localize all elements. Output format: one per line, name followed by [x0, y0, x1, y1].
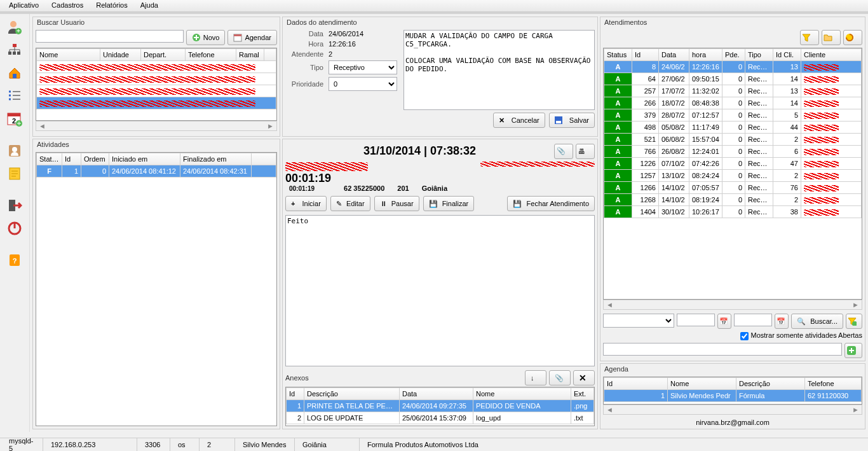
atendimentos-table[interactable]: StatusIdDatahoraPde.TipoId Cli.Cliente A… [604, 48, 862, 218]
pausar-button[interactable]: ⏸ Pausar [374, 196, 419, 211]
menu-aplicativo[interactable]: Aplicativo [3, 0, 45, 11]
atend-row[interactable]: A6427/06/209:50:150Receptiv14 [604, 73, 862, 85]
sidebar-power-icon[interactable] [5, 219, 24, 238]
header-datetime: 31/10/2014 | 07:38:32 [285, 144, 554, 158]
atend-row[interactable]: A125713/10/208:24:240Receptiv2 [604, 170, 862, 182]
prioridade-select[interactable]: 0 [329, 77, 397, 91]
ramal: 201 [397, 184, 409, 192]
agendar-button[interactable]: Agendar [227, 30, 277, 45]
finalizar-button[interactable]: 💾 Finalizar [423, 196, 475, 211]
svg-rect-9 [8, 113, 20, 116]
svg-point-13 [12, 147, 17, 152]
anexos-table[interactable]: IdDescriçãoDataNomeExt. 1PRINTE DA TELA … [286, 387, 594, 424]
svg-rect-5 [13, 52, 16, 55]
atend-row[interactable]: A126814/10/208:19:240Receptiv2 [604, 194, 862, 206]
attach-anexo-button[interactable]: 📎 [549, 370, 571, 385]
menu-ajuda[interactable]: Ajuda [134, 0, 165, 11]
editar-button[interactable]: ✎ Editar [330, 196, 370, 211]
svg-text:?: ? [13, 257, 17, 265]
salvar-button[interactable]: Salvar [549, 113, 595, 128]
tipo-select[interactable]: Receptivo [329, 60, 397, 74]
user-row[interactable] [37, 61, 276, 73]
svg-rect-6 [17, 52, 20, 55]
sidebar-contact-icon[interactable] [5, 141, 24, 160]
reset-filter-button[interactable] [846, 314, 862, 329]
delete-anexo-button[interactable]: ✕ [573, 370, 595, 385]
svg-rect-21 [234, 34, 241, 36]
svg-rect-3 [13, 44, 17, 47]
anexo-row[interactable]: 2LOG DE UPDATE25/06/2014 15:37:09log_upd… [287, 412, 594, 424]
user-table-header: NomeUnidadeDepart.TelefoneRamal [37, 49, 276, 61]
atividades-title: Atividades [32, 139, 280, 149]
filter-button[interactable] [800, 30, 819, 45]
print-button[interactable]: 🖶 [576, 144, 595, 159]
agenda-row[interactable]: 1Silvio Mendes PedrFórmula62 91120030 [604, 390, 862, 402]
sidebar-user-add-icon[interactable]: + [5, 18, 24, 37]
atend-row[interactable]: A49805/08/211:17:490Receptiv44 [604, 121, 862, 134]
atividades-table[interactable]: StatusIdOrdemIniciado emFinalizado em F … [36, 153, 276, 177]
note-textarea[interactable]: Feito [285, 215, 595, 366]
cal2-button[interactable]: 📅 [775, 314, 789, 329]
sidebar-exit-icon[interactable] [5, 196, 24, 215]
atend-add-input[interactable] [603, 343, 842, 356]
menu-relatorios[interactable]: Relatórios [90, 0, 134, 11]
obs-textarea[interactable]: MUDAR A VALIDAÇÃO DO CAMPO DE CARGA C5_T… [403, 30, 595, 110]
search-user-input[interactable] [36, 30, 184, 43]
dados-hora: 12:26:16 [329, 40, 356, 48]
user-row[interactable] [37, 73, 276, 85]
atend-date2[interactable] [734, 314, 772, 326]
agenda-email: nirvana.brz@gmail.com [603, 419, 862, 426]
phone: 62 35225000 [344, 184, 384, 192]
svg-rect-4 [8, 52, 11, 55]
atend-row[interactable]: A37928/07/207:12:570Receptiv5 [604, 109, 862, 121]
sidebar-list-icon[interactable] [5, 87, 24, 106]
atend-date1[interactable] [677, 314, 715, 326]
atend-row[interactable]: A26618/07/208:48:380Receptiv14 [604, 97, 862, 109]
contact-name [285, 160, 368, 172]
anexos-title: Anexos [285, 373, 525, 383]
scroll-left[interactable]: ◄ [36, 122, 48, 130]
sidebar-calendar-icon[interactable]: 2 [5, 109, 24, 128]
novo-button[interactable]: Novo [186, 30, 226, 45]
agenda-title: Agenda [600, 363, 865, 374]
user-row[interactable] [37, 85, 276, 97]
cancelar-button[interactable]: ✕ Cancelar [493, 113, 545, 128]
sidebar-home-icon[interactable] [5, 64, 24, 83]
sidebar-org-icon[interactable] [5, 41, 24, 60]
dados-title: Dados do atendimento [282, 17, 598, 27]
user-row-selected[interactable] [37, 97, 276, 109]
agenda-table[interactable]: IdNomeDescriçãoTelefone 1Silvio Mendes P… [604, 377, 862, 402]
mostrar-checkbox[interactable]: Mostrar somente atividades Abertas [740, 331, 862, 339]
sidebar-note-icon[interactable] [5, 164, 24, 183]
atend-row[interactable]: A76626/08/212:24:010Receptiv6 [604, 146, 862, 158]
anexo-row[interactable]: 1PRINTE DA TELA DE PEDIDO24/06/2014 09:2… [287, 400, 594, 412]
atend-row[interactable]: A122607/10/207:42:260Receptiv47 [604, 158, 862, 170]
add-atend-button[interactable] [844, 343, 862, 358]
buscar-button[interactable]: 🔍 Buscar... [791, 314, 843, 329]
buscar-usuario-title: Buscar Usuario [32, 17, 280, 27]
dados-atendente: 2 [329, 50, 332, 58]
atend-row[interactable]: A25717/07/211:32:020Receptiv13 [604, 85, 862, 97]
atend-row[interactable]: A140430/10/210:26:170Receptiv38 [604, 206, 862, 218]
user-table[interactable]: NomeUnidadeDepart.TelefoneRamal [36, 48, 276, 109]
timer: 00:01:19 [285, 172, 331, 185]
cal1-button[interactable]: 📅 [717, 314, 731, 329]
download-anexo-button[interactable]: ↓ [525, 370, 546, 385]
atend-filter-select[interactable] [603, 314, 674, 328]
folder-button[interactable] [822, 30, 841, 45]
atend-row[interactable]: A52106/08/215:57:040Receptiv2 [604, 134, 862, 146]
refresh-button[interactable] [843, 30, 862, 45]
atend-row[interactable]: A126614/10/207:05:570Receptiv76 [604, 182, 862, 194]
menu-cadastros[interactable]: Cadastros [45, 0, 90, 11]
fechar-button[interactable]: 💾 Fechar Atendimento [507, 196, 595, 211]
scroll-right[interactable]: ► [264, 122, 276, 130]
sidebar: + 2 ? [0, 14, 30, 432]
atividade-row[interactable]: F 1 0 24/06/2014 08:41:12 24/06/2014 08:… [37, 165, 276, 177]
atend-row[interactable]: A824/06/212:26:160Receptiv13 [604, 61, 862, 73]
attach-header-button[interactable]: 📎 [554, 144, 573, 159]
sidebar-help-icon[interactable]: ? [5, 251, 24, 270]
statusbar: mysqld-5 192.168.0.253 3306 os 2 Silvio … [0, 438, 868, 451]
iniciar-button[interactable]: + Iniciar [285, 196, 327, 211]
svg-text:2: 2 [12, 117, 16, 125]
dados-data: 24/06/2014 [329, 30, 363, 38]
